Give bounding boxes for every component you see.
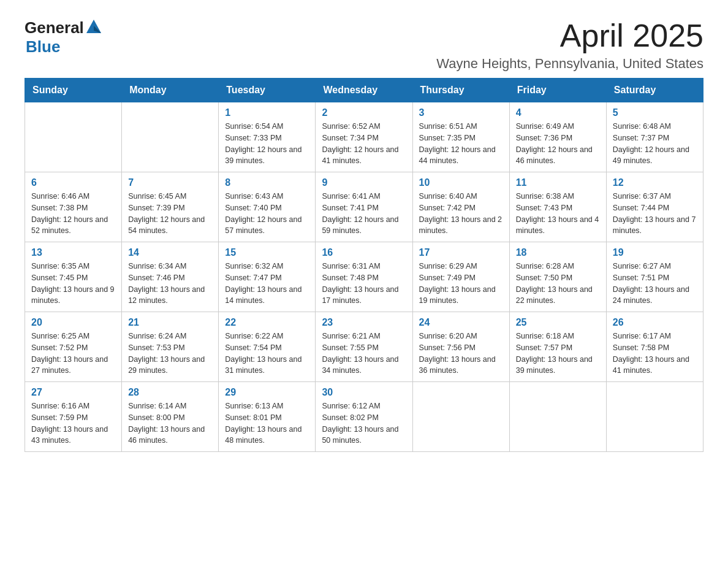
- calendar-cell: [122, 102, 219, 172]
- calendar-cell: 18Sunrise: 6:28 AMSunset: 7:50 PMDayligh…: [509, 242, 606, 312]
- calendar-header-wednesday: Wednesday: [316, 79, 412, 102]
- day-number: 24: [419, 317, 503, 328]
- day-number: 29: [225, 387, 309, 398]
- calendar-cell: 3Sunrise: 6:51 AMSunset: 7:35 PMDaylight…: [412, 102, 509, 172]
- day-number: 28: [128, 387, 212, 398]
- day-number: 14: [128, 247, 212, 258]
- day-info: Sunrise: 6:40 AMSunset: 7:42 PMDaylight:…: [419, 191, 503, 237]
- calendar-cell: 15Sunrise: 6:32 AMSunset: 7:47 PMDayligh…: [219, 242, 316, 312]
- day-info: Sunrise: 6:35 AMSunset: 7:45 PMDaylight:…: [31, 261, 115, 307]
- calendar-cell: 30Sunrise: 6:12 AMSunset: 8:02 PMDayligh…: [316, 382, 412, 452]
- calendar-cell: 16Sunrise: 6:31 AMSunset: 7:48 PMDayligh…: [316, 242, 412, 312]
- calendar-cell: 9Sunrise: 6:41 AMSunset: 7:41 PMDaylight…: [316, 172, 412, 242]
- calendar-cell: 10Sunrise: 6:40 AMSunset: 7:42 PMDayligh…: [412, 172, 509, 242]
- day-info: Sunrise: 6:21 AMSunset: 7:55 PMDaylight:…: [322, 331, 406, 377]
- day-info: Sunrise: 6:22 AMSunset: 7:54 PMDaylight:…: [225, 331, 309, 377]
- calendar-cell: 4Sunrise: 6:49 AMSunset: 7:36 PMDaylight…: [509, 102, 606, 172]
- calendar-cell: 28Sunrise: 6:14 AMSunset: 8:00 PMDayligh…: [122, 382, 219, 452]
- calendar-cell: 2Sunrise: 6:52 AMSunset: 7:34 PMDaylight…: [316, 102, 412, 172]
- day-info: Sunrise: 6:45 AMSunset: 7:39 PMDaylight:…: [128, 191, 212, 237]
- calendar-header-monday: Monday: [122, 79, 219, 102]
- day-number: 27: [31, 387, 115, 398]
- day-info: Sunrise: 6:17 AMSunset: 7:58 PMDaylight:…: [613, 331, 697, 377]
- calendar-subtitle: Wayne Heights, Pennsylvania, United Stat…: [436, 56, 703, 72]
- calendar-week-row: 20Sunrise: 6:25 AMSunset: 7:52 PMDayligh…: [25, 312, 703, 382]
- day-number: 11: [516, 177, 600, 188]
- calendar-cell: 23Sunrise: 6:21 AMSunset: 7:55 PMDayligh…: [316, 312, 412, 382]
- day-info: Sunrise: 6:41 AMSunset: 7:41 PMDaylight:…: [322, 191, 406, 237]
- calendar-header-row: SundayMondayTuesdayWednesdayThursdayFrid…: [25, 79, 703, 102]
- day-number: 6: [31, 177, 115, 188]
- calendar-cell: 13Sunrise: 6:35 AMSunset: 7:45 PMDayligh…: [25, 242, 122, 312]
- day-number: 16: [322, 247, 406, 258]
- day-info: Sunrise: 6:38 AMSunset: 7:43 PMDaylight:…: [516, 191, 600, 237]
- calendar-header-saturday: Saturday: [606, 79, 703, 102]
- day-number: 7: [128, 177, 212, 188]
- calendar-cell: [509, 382, 606, 452]
- calendar-week-row: 27Sunrise: 6:16 AMSunset: 7:59 PMDayligh…: [25, 382, 703, 452]
- calendar-cell: [606, 382, 703, 452]
- day-number: 3: [419, 107, 503, 118]
- calendar-cell: 22Sunrise: 6:22 AMSunset: 7:54 PMDayligh…: [219, 312, 316, 382]
- calendar-cell: 24Sunrise: 6:20 AMSunset: 7:56 PMDayligh…: [412, 312, 509, 382]
- day-info: Sunrise: 6:24 AMSunset: 7:53 PMDaylight:…: [128, 331, 212, 377]
- day-number: 22: [225, 317, 309, 328]
- day-info: Sunrise: 6:43 AMSunset: 7:40 PMDaylight:…: [225, 191, 309, 237]
- day-number: 8: [225, 177, 309, 188]
- calendar-cell: [25, 102, 122, 172]
- day-info: Sunrise: 6:49 AMSunset: 7:36 PMDaylight:…: [516, 121, 600, 167]
- calendar-header-tuesday: Tuesday: [219, 79, 316, 102]
- calendar-header-sunday: Sunday: [25, 79, 122, 102]
- day-number: 23: [322, 317, 406, 328]
- day-info: Sunrise: 6:34 AMSunset: 7:46 PMDaylight:…: [128, 261, 212, 307]
- calendar-cell: 5Sunrise: 6:48 AMSunset: 7:37 PMDaylight…: [606, 102, 703, 172]
- day-info: Sunrise: 6:20 AMSunset: 7:56 PMDaylight:…: [419, 331, 503, 377]
- calendar-cell: 6Sunrise: 6:46 AMSunset: 7:38 PMDaylight…: [25, 172, 122, 242]
- calendar-header-thursday: Thursday: [412, 79, 509, 102]
- day-info: Sunrise: 6:32 AMSunset: 7:47 PMDaylight:…: [225, 261, 309, 307]
- day-number: 18: [516, 247, 600, 258]
- calendar-cell: 11Sunrise: 6:38 AMSunset: 7:43 PMDayligh…: [509, 172, 606, 242]
- page-header: General Blue April 2025 Wayne Heights, P…: [25, 18, 703, 72]
- day-info: Sunrise: 6:29 AMSunset: 7:49 PMDaylight:…: [419, 261, 503, 307]
- calendar-week-row: 13Sunrise: 6:35 AMSunset: 7:45 PMDayligh…: [25, 242, 703, 312]
- day-info: Sunrise: 6:52 AMSunset: 7:34 PMDaylight:…: [322, 121, 406, 167]
- day-info: Sunrise: 6:46 AMSunset: 7:38 PMDaylight:…: [31, 191, 115, 237]
- logo-icon: [85, 17, 102, 34]
- calendar-cell: 1Sunrise: 6:54 AMSunset: 7:33 PMDaylight…: [219, 102, 316, 172]
- logo-general-text: General: [25, 18, 84, 37]
- day-number: 21: [128, 317, 212, 328]
- day-info: Sunrise: 6:16 AMSunset: 7:59 PMDaylight:…: [31, 400, 115, 446]
- day-info: Sunrise: 6:18 AMSunset: 7:57 PMDaylight:…: [516, 331, 600, 377]
- calendar-cell: 26Sunrise: 6:17 AMSunset: 7:58 PMDayligh…: [606, 312, 703, 382]
- calendar-cell: 19Sunrise: 6:27 AMSunset: 7:51 PMDayligh…: [606, 242, 703, 312]
- day-number: 30: [322, 387, 406, 398]
- day-info: Sunrise: 6:54 AMSunset: 7:33 PMDaylight:…: [225, 121, 309, 167]
- day-number: 19: [613, 247, 697, 258]
- day-number: 5: [613, 107, 697, 118]
- day-info: Sunrise: 6:13 AMSunset: 8:01 PMDaylight:…: [225, 400, 309, 446]
- day-info: Sunrise: 6:37 AMSunset: 7:44 PMDaylight:…: [613, 191, 697, 237]
- day-number: 26: [613, 317, 697, 328]
- day-number: 12: [613, 177, 697, 188]
- day-info: Sunrise: 6:51 AMSunset: 7:35 PMDaylight:…: [419, 121, 503, 167]
- calendar-table: SundayMondayTuesdayWednesdayThursdayFrid…: [25, 78, 703, 452]
- day-number: 13: [31, 247, 115, 258]
- day-number: 15: [225, 247, 309, 258]
- calendar-cell: 20Sunrise: 6:25 AMSunset: 7:52 PMDayligh…: [25, 312, 122, 382]
- logo-blue-text: Blue: [26, 37, 60, 56]
- logo: General Blue: [25, 18, 102, 56]
- day-number: 1: [225, 107, 309, 118]
- calendar-cell: 27Sunrise: 6:16 AMSunset: 7:59 PMDayligh…: [25, 382, 122, 452]
- calendar-cell: 14Sunrise: 6:34 AMSunset: 7:46 PMDayligh…: [122, 242, 219, 312]
- calendar-week-row: 1Sunrise: 6:54 AMSunset: 7:33 PMDaylight…: [25, 102, 703, 172]
- day-info: Sunrise: 6:25 AMSunset: 7:52 PMDaylight:…: [31, 331, 115, 377]
- calendar-cell: 25Sunrise: 6:18 AMSunset: 7:57 PMDayligh…: [509, 312, 606, 382]
- calendar-cell: 7Sunrise: 6:45 AMSunset: 7:39 PMDaylight…: [122, 172, 219, 242]
- calendar-cell: 17Sunrise: 6:29 AMSunset: 7:49 PMDayligh…: [412, 242, 509, 312]
- calendar-cell: 21Sunrise: 6:24 AMSunset: 7:53 PMDayligh…: [122, 312, 219, 382]
- calendar-cell: 8Sunrise: 6:43 AMSunset: 7:40 PMDaylight…: [219, 172, 316, 242]
- day-number: 20: [31, 317, 115, 328]
- day-info: Sunrise: 6:14 AMSunset: 8:00 PMDaylight:…: [128, 400, 212, 446]
- calendar-header-friday: Friday: [509, 79, 606, 102]
